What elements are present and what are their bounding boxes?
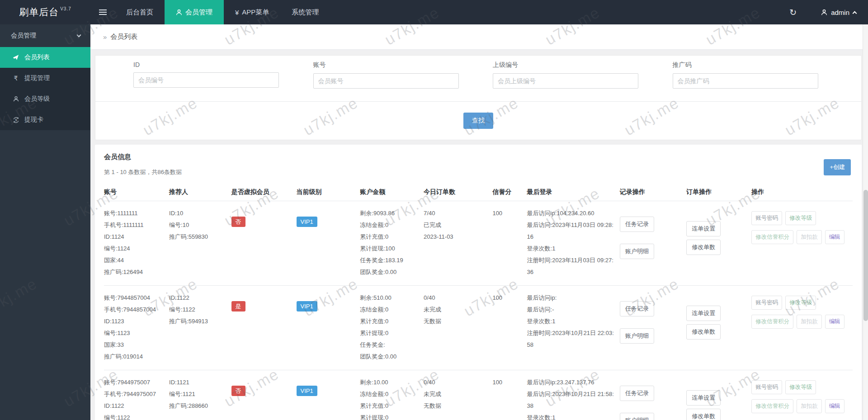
user-icon — [176, 9, 182, 16]
admin-menu[interactable]: admin — [809, 0, 868, 24]
column-header: 今日订单数 — [424, 184, 492, 201]
search-button[interactable]: 查找 — [463, 113, 493, 129]
order-actions-cell: 连单设置 修改单数 — [686, 292, 751, 363]
top-nav: 后台首页 会员管理 ¥ APP菜单 系统管理 — [115, 0, 330, 24]
record-actions-cell: 任务记录 账户明细 — [620, 292, 686, 363]
topbar-right: ↻ admin — [777, 0, 868, 24]
topbar: 刷单后台V3.7 后台首页 会员管理 ¥ APP菜单 系统管理 ↻ admin — [0, 0, 868, 24]
svg-text:$: $ — [15, 118, 17, 122]
column-header: 是否虚拟会员 — [231, 184, 297, 201]
member-last-login-cell: 最后访问ip:23.247.137.76 最后访问:2023年10月21日 21… — [527, 377, 620, 420]
sidebar-item-label: 会员列表 — [24, 53, 50, 61]
person-icon — [12, 96, 20, 102]
account-password-button[interactable]: 账号密码 — [751, 211, 782, 225]
nav-label: 系统管理 — [292, 8, 319, 17]
sidebar-item-label: 提现卡 — [24, 116, 43, 124]
field-label: 推广码 — [673, 61, 853, 69]
chevron-up-icon — [853, 11, 857, 15]
task-record-button[interactable]: 任务记录 — [620, 301, 654, 316]
sidebar-item-member-list[interactable]: 会员列表 — [0, 47, 90, 68]
nav-item-system[interactable]: 系统管理 — [280, 0, 330, 24]
record-actions-cell: 任务记录 账户明细 — [620, 208, 686, 278]
task-record-button[interactable]: 任务记录 — [620, 386, 654, 401]
add-deduct-funds-button[interactable]: 加扣款 — [797, 399, 822, 413]
modify-level-button[interactable]: 修改等级 — [785, 211, 816, 225]
column-header: 当前级别 — [297, 184, 360, 201]
user-icon — [821, 9, 827, 16]
chevron-down-icon — [77, 33, 81, 38]
account-detail-button[interactable]: 账户明细 — [620, 244, 654, 259]
member-virtual-cell: 是 — [231, 292, 297, 363]
member-id-input[interactable] — [133, 72, 279, 88]
members-panel: 会员信息 第 1 - 10 条数据，共86条数据 +创建 账号 推荐人 是否虚拟… — [95, 145, 862, 420]
column-header: 记录操作 — [620, 184, 686, 201]
nav-item-members[interactable]: 会员管理 — [165, 0, 224, 24]
search-field-parent-id: 上级编号 — [493, 61, 673, 101]
page-title: 会员列表 — [110, 33, 137, 41]
edit-button[interactable]: 编辑 — [825, 230, 844, 244]
table-header: 账号 推荐人 是否虚拟会员 当前级别 账户金额 今日订单数 信誉分 最后登录 记… — [104, 184, 853, 201]
modify-order-count-button[interactable]: 修改单数 — [686, 324, 721, 340]
parent-id-input[interactable] — [493, 73, 638, 89]
modify-order-count-button[interactable]: 修改单数 — [686, 409, 721, 420]
add-deduct-funds-button[interactable]: 加扣款 — [797, 230, 822, 244]
app-logo: 刷单后台V3.7 — [0, 0, 90, 24]
account-password-button[interactable]: 账号密码 — [751, 380, 782, 394]
sidebar: 会员管理 会员列表 ₹ 提现管理 会员等级 $ — [0, 24, 90, 420]
edit-button[interactable]: 编辑 — [825, 315, 844, 329]
sidebar-item-label: 会员等级 — [24, 95, 50, 103]
member-account-cell: 账号:7944857004 手机号:7944857004 ID:1123 编号:… — [104, 292, 169, 363]
member-referrer-cell: ID:1122 编号:1122 推广码:594913 — [169, 292, 231, 363]
account-detail-button[interactable]: 账户明细 — [620, 413, 654, 420]
paper-plane-icon — [12, 54, 20, 61]
sidebar-item-withdraw-mgmt[interactable]: ₹ 提现管理 — [0, 68, 90, 89]
sidebar-toggle-button[interactable] — [90, 0, 115, 24]
app-title: 刷单后台 — [19, 6, 59, 19]
modify-order-count-button[interactable]: 修改单数 — [686, 240, 721, 255]
sidebar-item-member-level[interactable]: 会员等级 — [0, 89, 90, 109]
promo-code-input[interactable] — [673, 73, 818, 89]
vertical-scrollbar — [863, 24, 868, 420]
member-virtual-cell: 否 — [231, 377, 297, 420]
sidebar-item-withdraw-card[interactable]: $ 提现卡 — [0, 109, 90, 130]
search-field-id: ID — [133, 61, 313, 101]
modify-level-button[interactable]: 修改等级 — [785, 380, 816, 394]
scrollbar-thumb[interactable] — [863, 190, 868, 321]
add-deduct-funds-button[interactable]: 加扣款 — [797, 315, 822, 329]
nav-label: APP菜单 — [242, 8, 269, 17]
nav-item-dashboard[interactable]: 后台首页 — [115, 0, 165, 24]
modify-credit-button[interactable]: 修改信誉积分 — [751, 399, 793, 413]
modify-level-button[interactable]: 修改等级 — [785, 296, 816, 310]
task-record-button[interactable]: 任务记录 — [620, 217, 654, 232]
chain-order-settings-button[interactable]: 连单设置 — [686, 390, 721, 406]
search-field-promo-code: 推广码 — [673, 61, 853, 101]
chain-order-settings-button[interactable]: 连单设置 — [686, 306, 721, 321]
member-today-orders-cell: 7/40 已完成 2023-11-03 — [424, 208, 492, 278]
refresh-button[interactable]: ↻ — [777, 0, 809, 24]
hamburger-icon — [99, 12, 107, 13]
modify-credit-button[interactable]: 修改信誉积分 — [751, 230, 793, 244]
account-detail-button[interactable]: 账户明细 — [620, 328, 654, 344]
column-header: 订单操作 — [686, 184, 751, 201]
create-member-button[interactable]: +创建 — [824, 159, 851, 175]
member-actions-cell: 账号密码 修改等级 修改信誉积分 加扣款 编辑 — [751, 377, 853, 420]
content: ID 账号 上级编号 推广码 查找 — [90, 50, 868, 420]
modify-credit-button[interactable]: 修改信誉积分 — [751, 315, 793, 329]
column-header: 账户金额 — [360, 184, 424, 201]
table-row: 账号:1111111 手机号:1111111 ID:1124 编号:1124 国… — [104, 201, 853, 286]
admin-username: admin — [831, 9, 849, 16]
nav-label: 会员管理 — [185, 8, 212, 17]
edit-button[interactable]: 编辑 — [825, 399, 844, 413]
chain-order-settings-button[interactable]: 连单设置 — [686, 221, 721, 236]
table-row: 账号:7944857004 手机号:7944857004 ID:1123 编号:… — [104, 286, 853, 370]
dollar-exchange-icon: $ — [12, 117, 20, 123]
nav-item-app-menu[interactable]: ¥ APP菜单 — [224, 0, 280, 24]
nav-label: 后台首页 — [126, 8, 153, 17]
sidebar-section-members[interactable]: 会员管理 — [0, 24, 90, 47]
member-credit-cell: 100 — [492, 377, 527, 420]
member-account-cell: 账号:7944975007 手机号:7944975007 ID:1122 编号:… — [104, 377, 169, 420]
virtual-status-badge: 否 — [231, 386, 245, 396]
sidebar-section-label: 会员管理 — [11, 32, 36, 40]
account-password-button[interactable]: 账号密码 — [751, 296, 782, 310]
member-account-input[interactable] — [313, 73, 459, 89]
